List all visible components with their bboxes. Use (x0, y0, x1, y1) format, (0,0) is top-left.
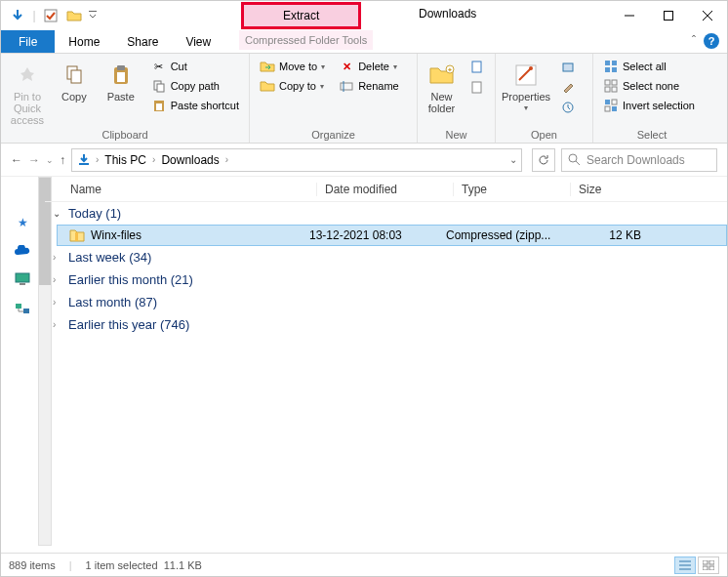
ribbon-group-open: Properties ▾ Open (496, 54, 593, 143)
search-box[interactable]: Search Downloads (561, 148, 717, 172)
invert-selection-button[interactable]: Invert selection (599, 97, 699, 114)
delete-button[interactable]: ✕Delete▾ (335, 58, 403, 75)
qa-dropdown-icon[interactable] (87, 5, 99, 26)
tab-share[interactable]: Share (113, 30, 172, 53)
select-none-button[interactable]: Select none (599, 77, 699, 95)
svg-rect-47 (703, 560, 708, 564)
organize-stack-1: Move to▾ Copy to▾ (256, 58, 329, 95)
cut-button[interactable]: ✂Cut (147, 58, 243, 75)
group-last-week[interactable]: › Last week (34) (45, 246, 727, 268)
address-bar[interactable]: › This PC › Downloads › ⌄ (71, 148, 522, 172)
group-last-month[interactable]: › Last month (87) (45, 291, 727, 313)
column-date[interactable]: Date modified (316, 183, 453, 196)
help-icon[interactable]: ? (704, 33, 719, 49)
back-button[interactable]: ← (11, 153, 22, 167)
svg-rect-0 (45, 10, 57, 21)
copy-to-icon (260, 78, 275, 94)
svg-point-22 (529, 66, 533, 70)
details-view-button[interactable] (674, 556, 696, 574)
svg-rect-43 (75, 232, 78, 241)
maximize-button[interactable] (649, 1, 688, 30)
paste-button[interactable]: Paste (101, 58, 142, 103)
address-dropdown-icon[interactable]: ⌄ (509, 154, 517, 165)
search-icon (568, 153, 581, 166)
pin-label: Pin to Quick access (7, 91, 48, 126)
view-buttons (674, 556, 719, 574)
svg-rect-49 (703, 566, 708, 570)
group-earlier-this-month[interactable]: › Earlier this month (21) (45, 268, 727, 291)
group-earlier-this-year[interactable]: › Earlier this year (746) (45, 313, 727, 336)
file-listing: Name Date modified Type Size ⌄ Today (1)… (45, 177, 727, 546)
minimize-button[interactable] (610, 1, 649, 30)
tab-file[interactable]: File (1, 30, 55, 53)
open-button[interactable] (556, 58, 580, 75)
svg-rect-29 (605, 80, 610, 85)
copy-to-button[interactable]: Copy to▾ (256, 77, 329, 95)
edit-button[interactable] (556, 78, 580, 96)
group-today[interactable]: ⌄ Today (1) (45, 202, 727, 225)
chevron-right-icon: › (53, 297, 62, 308)
file-date: 13-12-2021 08:03 (309, 228, 446, 242)
select-stack: Select all Select none Invert selection (599, 58, 699, 114)
easy-access-button[interactable] (465, 78, 489, 96)
breadcrumb-this-pc[interactable]: This PC (102, 153, 148, 167)
tab-view[interactable]: View (172, 30, 224, 53)
thumbnails-view-button[interactable] (698, 556, 719, 574)
quick-access-star-icon[interactable]: ★ (18, 216, 28, 229)
refresh-button[interactable] (532, 148, 555, 172)
network-icon[interactable] (15, 302, 30, 315)
copy-to-label: Copy to (279, 80, 316, 92)
chevron-right-icon: › (53, 274, 62, 285)
status-selection: 1 item selected 11.1 KB (86, 559, 202, 571)
copy-path-button[interactable]: Copy path (147, 77, 243, 95)
down-arrow-icon[interactable] (7, 5, 28, 26)
contextual-group-label: Compressed Folder Tools (239, 30, 373, 50)
properties-icon (512, 62, 540, 89)
properties-button[interactable]: Properties ▾ (502, 58, 550, 113)
pin-quick-access-button[interactable]: Pin to Quick access (7, 58, 48, 126)
ribbon-collapse-icon[interactable]: ˆ (692, 34, 696, 48)
paste-shortcut-button[interactable]: Paste shortcut (147, 97, 243, 114)
svg-line-38 (576, 161, 580, 165)
recent-locations-button[interactable]: ⌄ (46, 155, 54, 165)
new-item-button[interactable] (465, 58, 489, 75)
svg-rect-31 (605, 87, 610, 92)
up-button[interactable]: ↑ (60, 153, 65, 167)
ribbon-group-new: ✦ New folder New (418, 54, 496, 143)
ribbon: Pin to Quick access Copy Paste ✂Cut Copy… (1, 54, 727, 144)
column-name[interactable]: Name (53, 183, 316, 196)
onedrive-icon[interactable] (14, 245, 31, 257)
close-button[interactable] (688, 1, 727, 30)
file-row[interactable]: Winx-files 13-12-2021 08:03 Compressed (… (57, 225, 727, 246)
rename-button[interactable]: Rename (335, 77, 403, 95)
svg-rect-42 (23, 309, 29, 313)
checkbox-checked-icon[interactable] (40, 5, 61, 26)
title-bar: | Extract Downloads (1, 1, 727, 30)
move-to-icon (260, 59, 275, 74)
tab-extract[interactable]: Extract (241, 2, 361, 29)
move-to-button[interactable]: Move to▾ (256, 58, 329, 75)
column-size[interactable]: Size (570, 183, 658, 196)
history-button[interactable] (556, 99, 580, 116)
organize-group-label: Organize (256, 127, 411, 143)
svg-rect-41 (16, 304, 21, 309)
chevron-right-icon[interactable]: › (152, 154, 155, 165)
select-group-label: Select (599, 127, 705, 143)
chevron-right-icon: › (53, 319, 62, 330)
forward-button[interactable]: → (28, 153, 40, 167)
column-type[interactable]: Type (453, 183, 570, 196)
chevron-right-icon[interactable]: › (225, 154, 228, 165)
svg-rect-9 (117, 65, 125, 70)
select-all-button[interactable]: Select all (599, 58, 699, 75)
tab-home[interactable]: Home (55, 30, 113, 53)
breadcrumb-downloads[interactable]: Downloads (159, 153, 221, 167)
chevron-right-icon[interactable]: › (96, 154, 99, 165)
copy-button[interactable]: Copy (54, 58, 95, 103)
this-pc-icon[interactable] (15, 272, 30, 286)
new-folder-button[interactable]: ✦ New folder (424, 58, 460, 114)
navigation-pane[interactable]: ★ (1, 177, 45, 546)
folder-icon[interactable] (63, 5, 85, 26)
svg-rect-3 (665, 12, 673, 21)
copy-path-icon (151, 78, 167, 94)
move-to-label: Move to (279, 61, 317, 72)
